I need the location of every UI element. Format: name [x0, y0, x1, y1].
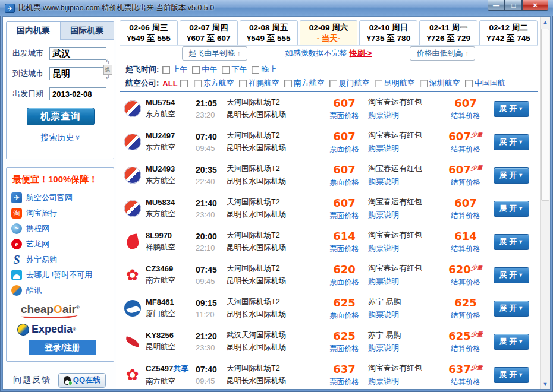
partner-link[interactable]: 淘宝旅行: [11, 206, 114, 221]
expand-button[interactable]: 展 开▼: [494, 134, 529, 150]
partner-link[interactable]: 航空公司官网: [11, 190, 114, 206]
purchase-note-link[interactable]: 购票说明: [368, 176, 438, 187]
purchase-note-link[interactable]: 购票说明: [368, 276, 438, 287]
airline-filter-option[interactable]: 东方航空: [194, 78, 234, 88]
expedia-logo[interactable]: Expedia®: [17, 323, 114, 336]
arrive-city-input[interactable]: [49, 67, 106, 80]
settle-price-label: 结算价格: [438, 211, 493, 221]
login-register-button[interactable]: 登录/注册: [29, 340, 96, 355]
time-filter-option[interactable]: 上午: [162, 64, 187, 75]
expand-button[interactable]: 展 开▼: [494, 367, 529, 383]
airline-filter-option[interactable]: 深圳航空: [420, 78, 460, 88]
search-history-link[interactable]: 搜索历史 »: [12, 132, 109, 143]
expand-button[interactable]: 展 开▼: [494, 201, 529, 217]
purchase-note-link[interactable]: 购票说明: [368, 243, 438, 254]
checkbox[interactable]: [192, 66, 200, 74]
limited-stock-flag: 少量: [471, 164, 483, 170]
purchase-note-link[interactable]: 购票说明: [368, 309, 438, 320]
tab-weekday: 周日: [392, 23, 408, 32]
time-filter-option[interactable]: 晚上: [252, 64, 276, 75]
ticket-type-tab[interactable]: 国内机票: [7, 22, 60, 40]
shared-flight-flag: 共享: [173, 364, 188, 373]
expand-button[interactable]: 展 开▼: [494, 267, 529, 283]
purchase-note-link[interactable]: 购票说明: [368, 376, 438, 387]
ticket-type-tab[interactable]: 国际机票: [60, 22, 114, 39]
airline-filter-option[interactable]: 中国国航: [465, 78, 505, 88]
sort-by-time-button[interactable]: 起飞由早到晚↑: [182, 46, 247, 61]
partner-link[interactable]: 酷讯: [11, 283, 114, 298]
expand-button[interactable]: 展 开▼: [494, 334, 529, 350]
scrollbar-thumb[interactable]: [541, 29, 549, 201]
maximize-button[interactable]: □: [505, 0, 522, 11]
sort-by-price-button[interactable]: 价格由低到高↑: [410, 46, 475, 61]
depart-city-input[interactable]: [49, 47, 106, 60]
window-title: 比机票 www.bijipiao.com 特价机票比出来 当前版本 v5.0.5…: [18, 3, 214, 13]
date-tab[interactable]: 02-09 周六 - 当天-: [300, 20, 358, 45]
checkbox[interactable]: [465, 80, 473, 87]
purchase-note-link[interactable]: 购票说明: [368, 143, 438, 154]
scroll-up-button[interactable]: ▲: [541, 17, 550, 27]
date-tab[interactable]: 02-10 周日 ¥735 至 780: [359, 20, 417, 45]
airline-filter-option[interactable]: 厦门航空: [329, 78, 370, 88]
airline-logo-icon: [124, 200, 141, 217]
checkbox[interactable]: [222, 66, 230, 74]
checkbox[interactable]: [162, 66, 170, 74]
tab-weekday: 周三: [152, 23, 168, 32]
option-label: 祥鹏航空: [249, 78, 279, 88]
qq-online-button[interactable]: QQ在线: [58, 373, 106, 388]
vertical-scrollbar[interactable]: ▲ ▼: [540, 17, 550, 389]
title-bar[interactable]: ✈ 比机票 www.bijipiao.com 特价机票比出来 当前版本 v5.0…: [0, 0, 553, 16]
partner-link[interactable]: 去哪儿 !暂时不可用: [11, 267, 114, 283]
fast-refresh-link[interactable]: 快刷->: [350, 49, 372, 58]
airline-filter-label: 航空公司:: [125, 78, 159, 88]
checkbox[interactable]: [420, 80, 428, 87]
date-tab[interactable]: 02-07 周四 ¥607 至 607: [180, 20, 238, 45]
expand-button[interactable]: 展 开▼: [494, 167, 529, 184]
partner-link[interactable]: 携程网: [11, 221, 114, 236]
airline-filter-option[interactable]: 昆明航空: [375, 78, 415, 88]
expand-button[interactable]: 展 开▼: [494, 234, 529, 250]
partner-link[interactable]: 艺龙网: [11, 236, 114, 252]
swap-cities-button[interactable]: ↰ 换 ↲: [103, 58, 112, 81]
option-label: 深圳航空: [429, 78, 460, 88]
date-tab[interactable]: 02-08 周五 ¥549 至 555: [240, 20, 298, 45]
date-tab[interactable]: 02-12 周二 ¥742 至 745: [479, 20, 538, 45]
airline-logo-icon: [124, 134, 141, 150]
airline-all-checkbox[interactable]: [180, 80, 188, 87]
checkbox[interactable]: [284, 80, 292, 87]
airline-filter-option[interactable]: 祥鹏航空: [239, 78, 279, 88]
checkbox[interactable]: [329, 80, 337, 87]
cheapoair-logo[interactable]: cheapOair®: [21, 303, 91, 318]
airline-filter-option[interactable]: 南方航空: [284, 78, 325, 88]
time-filter-option[interactable]: 中午: [192, 64, 217, 75]
tab-date: 02-09: [309, 23, 330, 32]
minimize-button[interactable]: —: [488, 0, 505, 11]
checkbox[interactable]: [239, 80, 247, 87]
flight-number: MU5834: [146, 198, 175, 207]
close-button[interactable]: ×: [522, 0, 548, 11]
date-tab[interactable]: 02-06 周三 ¥549 至 555: [120, 20, 178, 45]
checkbox[interactable]: [375, 80, 382, 87]
purchase-note-link[interactable]: 购票说明: [368, 210, 438, 220]
flight-row: MU5754 东方航空 21:05 23:20 天河国际机场T2 昆明长水国际机…: [120, 92, 540, 125]
settle-price-label: 结算价格: [438, 144, 493, 154]
depart-date-input[interactable]: [49, 87, 106, 100]
purchase-note-link[interactable]: 购票说明: [368, 343, 438, 353]
flight-number: KY8256: [146, 331, 174, 340]
guarantee-headline: 最便宜！100%保障！: [12, 174, 114, 185]
expand-button[interactable]: 展 开▼: [494, 101, 529, 117]
arrive-city-label: 到达城市: [12, 68, 49, 79]
partner-link[interactable]: 苏宁易购: [11, 252, 114, 267]
sidebar: 国内机票 国际机票 出发城市 到达城市 ↰: [3, 17, 116, 389]
date-tab[interactable]: 02-11 周一 ¥726 至 729: [419, 20, 477, 45]
search-tickets-button[interactable]: 机票查询: [27, 108, 95, 125]
checkbox[interactable]: [252, 66, 259, 74]
flight-row: MF8461 厦门航空 09:15 11:20 天河国际机场T2 昆明长水国际机…: [120, 292, 540, 325]
time-filter-option[interactable]: 下午: [222, 64, 247, 75]
checkbox[interactable]: [194, 80, 202, 87]
departure-airport: 武汉天河国际机场: [227, 329, 321, 342]
scroll-down-button[interactable]: ▼: [541, 379, 550, 389]
expand-button[interactable]: 展 开▼: [494, 301, 529, 317]
departure-airport: 天河国际机场T2: [227, 196, 321, 208]
purchase-note-link[interactable]: 购票说明: [368, 110, 438, 121]
